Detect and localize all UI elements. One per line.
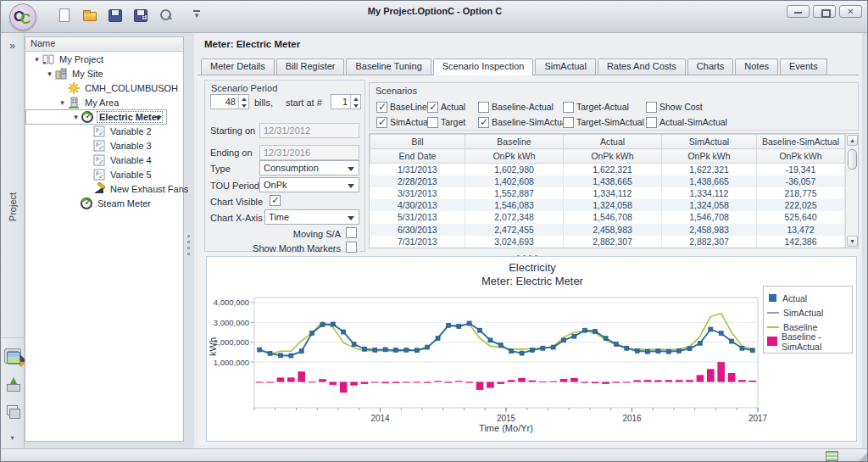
grid-view-icon[interactable]: [826, 451, 838, 461]
collapse-panel-button[interactable]: »: [9, 40, 15, 52]
scenario-checkbox-target-actual[interactable]: Target-Actual: [563, 99, 646, 114]
scenario-checkbox-actual[interactable]: Actual: [427, 99, 478, 114]
column-header[interactable]: Actual: [564, 135, 662, 149]
chart-visible-checkbox[interactable]: [270, 195, 281, 206]
scenario-checkbox-target[interactable]: Target: [427, 114, 478, 130]
type-select[interactable]: Consumption: [259, 160, 359, 175]
table-row[interactable]: 2/28/20131,402,6081,438,6651,438,665-36,…: [370, 175, 845, 187]
meter-card-icon[interactable]: [4, 348, 21, 365]
bills-stepper[interactable]: 48: [210, 94, 249, 109]
tree-item-cmh-columbusoh[interactable]: CMH_COLUMBUSOH: [25, 81, 183, 95]
table-row[interactable]: 7/31/20133,024,6932,882,3072,882,307142,…: [370, 236, 845, 248]
checkbox[interactable]: [563, 117, 574, 128]
column-header[interactable]: Baseline-SimActual: [757, 135, 845, 149]
tree-item-my-area[interactable]: ▾My Area: [25, 95, 183, 109]
scrollbar-thumb[interactable]: [848, 149, 857, 170]
tab-simactual[interactable]: SimActual: [535, 58, 596, 75]
strip-overflow-icon[interactable]: ▾: [10, 434, 14, 442]
tab-baseline-tuning[interactable]: Baseline Tuning: [346, 58, 431, 75]
tab-strip: Meter DetailsBill RegisterBaseline Tunin…: [201, 58, 829, 75]
scenario-checkbox-baseline-actual[interactable]: Baseline-Actual: [478, 99, 563, 114]
column-header[interactable]: OnPk kWh: [465, 149, 564, 164]
checkbox[interactable]: [478, 102, 489, 113]
column-header[interactable]: Baseline: [465, 135, 564, 149]
table-row[interactable]: 5/31/20132,072,3481,546,7081,546,708525,…: [370, 211, 845, 223]
checkbox[interactable]: [478, 117, 489, 128]
tab-notes[interactable]: Notes: [735, 58, 778, 75]
tree-column-header[interactable]: Name: [25, 37, 183, 52]
close-button[interactable]: [839, 5, 862, 18]
column-header[interactable]: OnPk kWh: [564, 149, 662, 164]
project-tree-panel: Name ▾My Project▾My SiteCMH_COLUMBUSOH▾M…: [25, 36, 184, 442]
chart-xaxis-select[interactable]: Time: [264, 209, 359, 225]
tree-item-variable-5[interactable]: x✓Variable 5: [25, 167, 183, 181]
tou-period-select[interactable]: OnPk: [259, 177, 359, 192]
project-panel-tab[interactable]: Project: [1, 169, 25, 245]
column-header[interactable]: Bill: [370, 135, 465, 149]
scenario-checkbox-show-cost[interactable]: Show Cost: [646, 99, 748, 114]
table-cell: 1,334,112: [662, 187, 757, 199]
tree-item-my-site[interactable]: ▾My Site: [25, 66, 183, 81]
tree-item-my-project[interactable]: ▾My Project: [25, 52, 183, 66]
scroll-up-icon[interactable]: ▲: [847, 135, 858, 146]
column-header[interactable]: SimActual: [662, 135, 757, 149]
table-cell: 3/31/2013: [370, 187, 465, 199]
column-header[interactable]: End Date: [370, 149, 465, 164]
variable-icon: x✓: [92, 125, 106, 138]
scenario-checkbox-target-simactual[interactable]: Target-SimActual: [563, 114, 646, 130]
table-cell: 218,775: [757, 187, 845, 199]
expander-icon[interactable]: ▾: [71, 113, 81, 121]
scenario-checkbox-simactual[interactable]: SimActual: [376, 114, 427, 130]
checkbox[interactable]: [376, 117, 387, 128]
vertical-splitter[interactable]: [184, 33, 194, 448]
maximize-button[interactable]: [813, 5, 836, 18]
scenario-checkbox-baseline-simactual[interactable]: Baseline-SimActual: [478, 114, 563, 130]
expander-icon[interactable]: ▾: [58, 98, 67, 107]
start-at-stepper[interactable]: 1: [331, 94, 361, 109]
tree-item-variable-3[interactable]: x✓Variable 3: [25, 138, 183, 153]
column-header[interactable]: OnPk kWh: [662, 149, 757, 164]
table-row[interactable]: 6/30/20132,472,4552,458,9832,458,98313,4…: [370, 224, 845, 236]
tab-bill-register[interactable]: Bill Register: [276, 58, 345, 75]
table-row[interactable]: 4/30/20131,546,0831,324,0581,324,058222,…: [370, 199, 845, 211]
table-row[interactable]: 1/31/20131,602,9801,622,3211,622,321-19,…: [370, 164, 845, 175]
expander-icon[interactable]: ▾: [32, 55, 42, 64]
column-header[interactable]: OnPk kWh: [757, 149, 845, 164]
tree-item-label: New Exhaust Fans: [108, 184, 190, 194]
checkbox[interactable]: [563, 102, 574, 113]
checkbox[interactable]: [427, 117, 438, 128]
scenario-checkbox-baseline[interactable]: BaseLine: [376, 99, 427, 114]
scroll-down-icon[interactable]: ▼: [847, 236, 858, 247]
import-icon[interactable]: [4, 376, 21, 392]
variable-icon: x✓: [92, 168, 106, 181]
tree-item-variable-4[interactable]: x✓Variable 4: [25, 153, 183, 167]
scenario-checkbox-actual-simactual[interactable]: Actual-SimActual: [646, 114, 748, 130]
checkbox[interactable]: [376, 102, 387, 113]
table-cell: 1,622,321: [564, 164, 662, 175]
resize-grip[interactable]: [859, 453, 867, 461]
tree-item-steam-meter[interactable]: Steam Meter: [25, 196, 183, 210]
checkbox[interactable]: [646, 117, 657, 128]
status-bar: [1, 448, 868, 462]
expander-icon[interactable]: ▾: [45, 70, 54, 78]
tab-meter-details[interactable]: Meter Details: [201, 58, 275, 75]
tab-rates-and-costs[interactable]: Rates And Costs: [598, 58, 686, 75]
table-row[interactable]: 3/31/20131,552,8871,334,1121,334,112218,…: [370, 187, 845, 199]
table-scrollbar[interactable]: ▲ ▼: [845, 134, 858, 248]
tree-item-electric-meter[interactable]: ▾Electric Meter: [25, 109, 167, 125]
checkbox[interactable]: [427, 102, 438, 113]
tree-item-variable-2[interactable]: x✓Variable 2: [25, 124, 183, 138]
minimize-button[interactable]: [787, 5, 810, 18]
horizontal-splitter[interactable]: [198, 249, 859, 254]
checkbox[interactable]: [646, 102, 657, 113]
moving-sa-checkbox[interactable]: [346, 227, 357, 238]
tree-item-new-exhaust-fans[interactable]: New Exhaust Fans: [25, 181, 183, 196]
print-copy-icon[interactable]: [4, 403, 21, 420]
tab-events[interactable]: Events: [780, 58, 827, 75]
starting-on-field[interactable]: 12/31/2012: [259, 123, 359, 138]
tab-charts[interactable]: Charts: [687, 58, 733, 75]
window-title: My Project.OptionC - Option C: [1, 6, 868, 16]
table-cell: 525,640: [757, 211, 845, 223]
ending-on-field[interactable]: 12/31/2016: [259, 145, 359, 160]
tab-scenario-inspection[interactable]: Scenario Inspection: [433, 58, 534, 75]
